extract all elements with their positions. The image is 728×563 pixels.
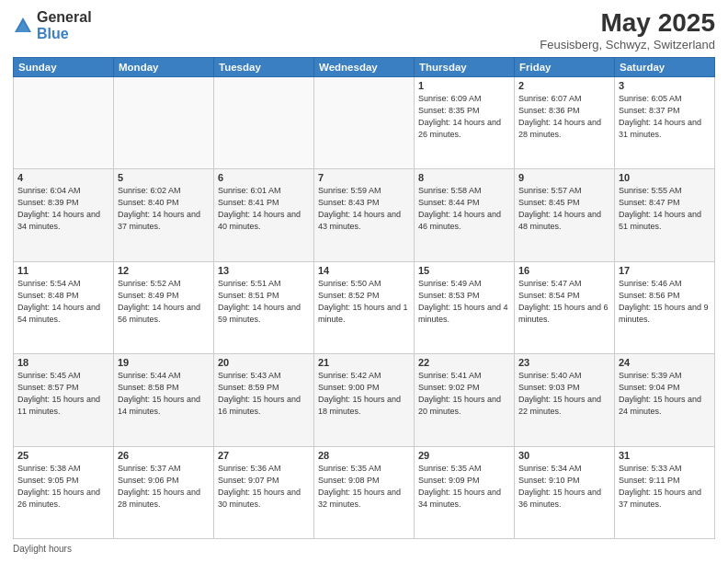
col-thursday: Thursday [415, 57, 515, 76]
day-number: 17 [619, 265, 711, 276]
day-number: 11 [17, 265, 109, 276]
calendar-cell: 4Sunrise: 6:04 AM Sunset: 8:39 PM Daylig… [14, 169, 114, 261]
calendar-cell: 25Sunrise: 5:38 AM Sunset: 9:05 PM Dayli… [14, 446, 114, 538]
calendar-cell: 10Sunrise: 5:55 AM Sunset: 8:47 PM Dayli… [615, 169, 715, 261]
calendar: Sunday Monday Tuesday Wednesday Thursday… [13, 57, 715, 539]
day-number: 4 [17, 172, 109, 183]
calendar-cell: 2Sunrise: 6:07 AM Sunset: 8:36 PM Daylig… [515, 76, 615, 168]
day-number: 15 [418, 265, 510, 276]
header: General Blue May 2025 Feusisberg, Schwyz… [13, 9, 715, 52]
day-number: 30 [518, 450, 610, 461]
calendar-cell: 13Sunrise: 5:51 AM Sunset: 8:51 PM Dayli… [214, 261, 314, 353]
day-info: Sunrise: 6:04 AM Sunset: 8:39 PM Dayligh… [17, 185, 109, 233]
calendar-cell: 28Sunrise: 5:35 AM Sunset: 9:08 PM Dayli… [314, 446, 415, 538]
day-number: 9 [518, 172, 610, 183]
day-number: 3 [619, 80, 711, 91]
day-number: 27 [218, 450, 310, 461]
day-number: 2 [518, 80, 610, 91]
day-number: 12 [118, 265, 210, 276]
calendar-week-5: 25Sunrise: 5:38 AM Sunset: 9:05 PM Dayli… [14, 446, 715, 538]
logo-blue: Blue [37, 26, 92, 42]
calendar-cell: 15Sunrise: 5:49 AM Sunset: 8:53 PM Dayli… [415, 261, 515, 353]
day-info: Sunrise: 5:34 AM Sunset: 9:10 PM Dayligh… [518, 463, 610, 511]
day-number: 16 [518, 265, 610, 276]
day-info: Sunrise: 5:38 AM Sunset: 9:05 PM Dayligh… [17, 463, 109, 511]
day-info: Sunrise: 5:52 AM Sunset: 8:49 PM Dayligh… [118, 278, 210, 326]
day-info: Sunrise: 5:50 AM Sunset: 8:52 PM Dayligh… [318, 278, 410, 326]
col-friday: Friday [515, 57, 615, 76]
day-info: Sunrise: 5:44 AM Sunset: 8:58 PM Dayligh… [118, 370, 210, 418]
calendar-cell: 29Sunrise: 5:35 AM Sunset: 9:09 PM Dayli… [415, 446, 515, 538]
calendar-header-row: Sunday Monday Tuesday Wednesday Thursday… [14, 57, 715, 76]
day-info: Sunrise: 5:35 AM Sunset: 9:08 PM Dayligh… [318, 463, 410, 511]
day-number: 5 [118, 172, 210, 183]
logo-text: General Blue [37, 9, 92, 41]
day-number: 6 [218, 172, 310, 183]
day-number: 29 [418, 450, 510, 461]
calendar-cell: 24Sunrise: 5:39 AM Sunset: 9:04 PM Dayli… [615, 354, 715, 446]
calendar-cell: 22Sunrise: 5:41 AM Sunset: 9:02 PM Dayli… [415, 354, 515, 446]
day-number: 10 [619, 172, 711, 183]
calendar-cell: 30Sunrise: 5:34 AM Sunset: 9:10 PM Dayli… [515, 446, 615, 538]
calendar-cell: 12Sunrise: 5:52 AM Sunset: 8:49 PM Dayli… [114, 261, 214, 353]
calendar-cell: 7Sunrise: 5:59 AM Sunset: 8:43 PM Daylig… [314, 169, 415, 261]
day-info: Sunrise: 5:35 AM Sunset: 9:09 PM Dayligh… [418, 463, 510, 511]
calendar-cell: 26Sunrise: 5:37 AM Sunset: 9:06 PM Dayli… [114, 446, 214, 538]
day-number: 7 [318, 172, 410, 183]
day-info: Sunrise: 5:51 AM Sunset: 8:51 PM Dayligh… [218, 278, 310, 326]
subtitle: Feusisberg, Schwyz, Switzerland [540, 38, 715, 52]
col-wednesday: Wednesday [314, 57, 415, 76]
day-info: Sunrise: 5:36 AM Sunset: 9:07 PM Dayligh… [218, 463, 310, 511]
day-info: Sunrise: 5:57 AM Sunset: 8:45 PM Dayligh… [518, 185, 610, 233]
col-sunday: Sunday [14, 57, 114, 76]
day-info: Sunrise: 5:39 AM Sunset: 9:04 PM Dayligh… [619, 370, 711, 418]
calendar-cell: 16Sunrise: 5:47 AM Sunset: 8:54 PM Dayli… [515, 261, 615, 353]
calendar-cell [114, 76, 214, 168]
calendar-cell: 8Sunrise: 5:58 AM Sunset: 8:44 PM Daylig… [415, 169, 515, 261]
calendar-cell [214, 76, 314, 168]
calendar-cell [14, 76, 114, 168]
day-info: Sunrise: 5:40 AM Sunset: 9:03 PM Dayligh… [518, 370, 610, 418]
day-info: Sunrise: 5:41 AM Sunset: 9:02 PM Dayligh… [418, 370, 510, 418]
day-info: Sunrise: 6:05 AM Sunset: 8:37 PM Dayligh… [619, 93, 711, 141]
calendar-cell: 11Sunrise: 5:54 AM Sunset: 8:48 PM Dayli… [14, 261, 114, 353]
day-number: 1 [418, 80, 510, 91]
day-info: Sunrise: 5:59 AM Sunset: 8:43 PM Dayligh… [318, 185, 410, 233]
logo-icon [13, 16, 33, 36]
day-number: 13 [218, 265, 310, 276]
day-number: 25 [17, 450, 109, 461]
day-info: Sunrise: 5:58 AM Sunset: 8:44 PM Dayligh… [418, 185, 510, 233]
calendar-cell [314, 76, 415, 168]
calendar-cell: 19Sunrise: 5:44 AM Sunset: 8:58 PM Dayli… [114, 354, 214, 446]
day-info: Sunrise: 5:43 AM Sunset: 8:59 PM Dayligh… [218, 370, 310, 418]
calendar-cell: 3Sunrise: 6:05 AM Sunset: 8:37 PM Daylig… [615, 76, 715, 168]
day-info: Sunrise: 5:46 AM Sunset: 8:56 PM Dayligh… [619, 278, 711, 326]
calendar-cell: 23Sunrise: 5:40 AM Sunset: 9:03 PM Dayli… [515, 354, 615, 446]
day-number: 26 [118, 450, 210, 461]
day-number: 20 [218, 357, 310, 368]
calendar-cell: 21Sunrise: 5:42 AM Sunset: 9:00 PM Dayli… [314, 354, 415, 446]
page: General Blue May 2025 Feusisberg, Schwyz… [0, 0, 728, 563]
day-info: Sunrise: 5:33 AM Sunset: 9:11 PM Dayligh… [619, 463, 711, 511]
day-number: 14 [318, 265, 410, 276]
daylight-hours-label: Daylight hours [13, 544, 72, 554]
day-info: Sunrise: 6:09 AM Sunset: 8:35 PM Dayligh… [418, 93, 510, 141]
day-number: 8 [418, 172, 510, 183]
main-title: May 2025 [540, 9, 715, 38]
footer: Daylight hours [13, 544, 715, 554]
day-info: Sunrise: 5:49 AM Sunset: 8:53 PM Dayligh… [418, 278, 510, 326]
logo-general: General [37, 9, 92, 26]
day-info: Sunrise: 6:07 AM Sunset: 8:36 PM Dayligh… [518, 93, 610, 141]
col-tuesday: Tuesday [214, 57, 314, 76]
day-number: 22 [418, 357, 510, 368]
calendar-cell: 1Sunrise: 6:09 AM Sunset: 8:35 PM Daylig… [415, 76, 515, 168]
calendar-cell: 5Sunrise: 6:02 AM Sunset: 8:40 PM Daylig… [114, 169, 214, 261]
logo: General Blue [13, 9, 92, 41]
day-info: Sunrise: 5:37 AM Sunset: 9:06 PM Dayligh… [118, 463, 210, 511]
day-number: 28 [318, 450, 410, 461]
title-section: May 2025 Feusisberg, Schwyz, Switzerland [540, 9, 715, 52]
calendar-cell: 9Sunrise: 5:57 AM Sunset: 8:45 PM Daylig… [515, 169, 615, 261]
calendar-cell: 31Sunrise: 5:33 AM Sunset: 9:11 PM Dayli… [615, 446, 715, 538]
calendar-cell: 6Sunrise: 6:01 AM Sunset: 8:41 PM Daylig… [214, 169, 314, 261]
day-number: 24 [619, 357, 711, 368]
